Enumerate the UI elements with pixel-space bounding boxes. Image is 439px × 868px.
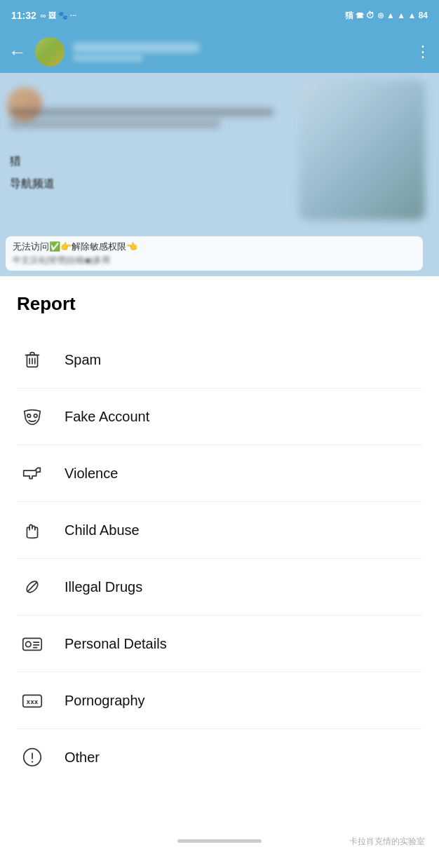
exclamation-icon <box>17 742 48 773</box>
blurred-image <box>299 80 425 220</box>
report-item-violence[interactable]: Violence <box>17 445 422 502</box>
chat-preview: 猎 导航频道 无法访问✅👉解除敏感权限👈 中文汉化|管理|拉稳◉|多用 <box>0 73 439 276</box>
illegal-drugs-label: Illegal Drugs <box>65 579 142 595</box>
status-right: 猫 ☎ ⏱ ⊙ ▲ ▲ ▲ 84 <box>345 10 428 22</box>
violence-label: Violence <box>65 466 118 482</box>
child-abuse-label: Child Abuse <box>65 522 140 538</box>
pill-icon <box>17 571 48 602</box>
report-item-child-abuse[interactable]: Child Abuse <box>17 502 422 559</box>
gun-icon <box>17 458 48 489</box>
svg-point-4 <box>27 414 31 418</box>
sensitive-line2: 中文汉化|管理|拉稳◉|多用 <box>13 255 416 266</box>
report-item-spam[interactable]: Spam <box>17 332 422 388</box>
network-icons: 猫 ☎ ⏱ ⊙ ▲ ▲ ▲ 84 <box>345 10 428 22</box>
chinese-text-preview: 猎 导航频道 <box>10 150 55 195</box>
watermark-container: 卡拉肖克情的实验室 <box>262 834 425 848</box>
status-icons: ∞ 🖼 🐾 ··· <box>41 11 76 20</box>
fake-account-label: Fake Account <box>65 409 149 425</box>
sensitive-text: 无法访问✅👉解除敏感权限👈 中文汉化|管理|拉稳◉|多用 <box>6 236 423 271</box>
report-item-fake-account[interactable]: Fake Account <box>17 388 422 445</box>
bottom-bar: 卡拉肖克情的实验室 <box>0 823 439 858</box>
report-title: Report <box>17 293 422 315</box>
channel-name-blurred <box>73 43 199 53</box>
mask-icon <box>17 401 48 432</box>
blurred-text2: 导航频道 <box>10 177 55 189</box>
blurred-text-block1 <box>10 108 273 128</box>
other-label: Other <box>65 750 100 766</box>
svg-line-11 <box>27 582 36 591</box>
status-time: 11:32 <box>11 10 36 21</box>
report-item-pornography[interactable]: xxx Pornography <box>17 672 422 729</box>
hand-icon <box>17 515 48 545</box>
report-sheet: Report Spam Fake Ac <box>0 276 439 823</box>
svg-text:xxx: xxx <box>26 698 38 705</box>
svg-point-5 <box>34 414 37 418</box>
status-left: 11:32 ∞ 🖼 🐾 ··· <box>11 10 76 21</box>
home-indicator <box>177 839 262 843</box>
xxx-icon: xxx <box>17 685 48 716</box>
spam-label: Spam <box>65 352 101 368</box>
svg-point-21 <box>32 761 33 762</box>
id-card-icon <box>17 628 48 659</box>
avatar <box>35 37 65 67</box>
sensitive-line1: 无法访问✅👉解除敏感权限👈 <box>13 240 416 253</box>
blurred-char1: 猎 <box>10 155 21 167</box>
app-bar: ← ⋮ <box>0 31 439 73</box>
personal-details-label: Personal Details <box>65 636 167 652</box>
report-item-illegal-drugs[interactable]: Illegal Drugs <box>17 559 422 616</box>
watermark: 卡拉肖克情的实验室 <box>349 836 425 846</box>
status-bar: 11:32 ∞ 🖼 🐾 ··· 猫 ☎ ⏱ ⊙ ▲ ▲ ▲ 84 <box>0 0 439 31</box>
channel-sub-blurred <box>73 55 143 62</box>
report-item-personal-details[interactable]: Personal Details <box>17 616 422 672</box>
trash-icon <box>17 344 48 375</box>
more-button[interactable]: ⋮ <box>415 43 431 61</box>
back-button[interactable]: ← <box>8 43 27 61</box>
svg-point-13 <box>26 642 32 647</box>
report-item-other[interactable]: Other <box>17 729 422 785</box>
app-bar-info <box>73 43 407 62</box>
pornography-label: Pornography <box>65 693 145 709</box>
